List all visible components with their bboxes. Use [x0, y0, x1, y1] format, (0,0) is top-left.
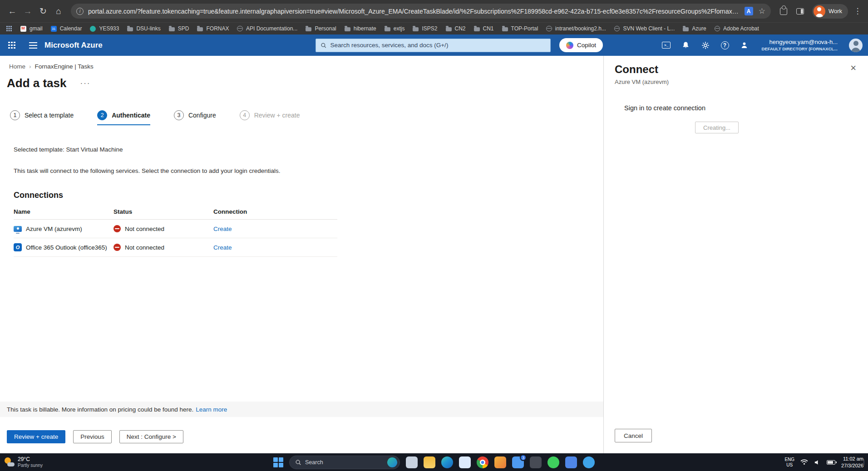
table-body: Azure VM (azurevm) Not connected Create	[14, 220, 337, 257]
review-create-button[interactable]: Review + create	[7, 430, 65, 443]
date: 27/3/2026	[841, 462, 863, 469]
bookmark-icon	[197, 27, 203, 31]
copilot-button[interactable]: Copilot	[559, 38, 603, 52]
bookmark-item[interactable]: CN2	[442, 23, 470, 34]
bookmark-item[interactable]: intranet/booking2.h...	[542, 23, 610, 34]
volume-icon[interactable]	[814, 460, 821, 465]
more-options-button[interactable]	[80, 79, 91, 88]
hamburger-menu-icon[interactable]	[29, 42, 37, 49]
mail-icon[interactable]	[459, 456, 471, 468]
bookmark-item[interactable]: DSU-links	[123, 23, 164, 34]
azure-search-input[interactable]	[330, 42, 546, 49]
sign-in-message: Sign in to create connection	[624, 104, 857, 112]
edge-icon[interactable]	[441, 456, 453, 468]
bookmark-icon	[446, 27, 452, 31]
chrome-icon[interactable]	[477, 456, 488, 468]
search-icon	[295, 459, 301, 466]
bookmark-item[interactable]: hibernate	[340, 23, 380, 34]
bookmark-item[interactable]: API Documentation...	[233, 23, 301, 34]
bookmark-item[interactable]: YES933	[86, 23, 123, 34]
start-button[interactable]	[273, 457, 283, 467]
clock[interactable]: 11:02 am 27/3/2026	[841, 456, 863, 469]
profile-avatar	[814, 5, 825, 17]
azure-search[interactable]	[316, 39, 551, 52]
account-info[interactable]: hengyeow.yam@nova-h... DEFAULT DIRECTORY…	[762, 39, 838, 51]
people-icon[interactable]	[583, 456, 595, 468]
apps-grid-icon[interactable]	[6, 26, 12, 31]
bookmark-item[interactable]: ISPS2	[409, 23, 441, 34]
bookmark-item[interactable]: Calendar	[47, 23, 86, 34]
search-label: Search	[305, 459, 384, 466]
wizard-step[interactable]: 4 Review + create	[240, 110, 300, 125]
onenote-icon[interactable]	[530, 456, 542, 468]
bookmark-icon	[385, 27, 390, 31]
billing-text: This task is billable. More information …	[7, 406, 193, 413]
url-text[interactable]: portal.azure.com/?feature.tokencaching=t…	[88, 8, 740, 15]
cloud-shell-icon[interactable]	[661, 40, 671, 50]
address-bar[interactable]: portal.azure.com/?feature.tokencaching=t…	[71, 4, 771, 19]
language-indicator[interactable]: ENG US	[784, 457, 794, 467]
taskbar-search[interactable]: Search	[289, 456, 400, 469]
forward-button[interactable]	[20, 4, 35, 19]
extensions-icon[interactable]	[780, 8, 787, 15]
favorite-star-icon[interactable]	[759, 6, 765, 16]
bookmark-item[interactable]: FORNAX	[193, 23, 233, 34]
previous-button[interactable]: Previous	[73, 430, 112, 443]
main-content: Home FornaxEngine | Tasks Add a task 1 S…	[0, 56, 603, 453]
bookmark-item[interactable]: Personal	[301, 23, 340, 34]
notifications-bell-icon[interactable]	[681, 40, 691, 50]
user-avatar[interactable]	[849, 39, 863, 52]
bookmark-item[interactable]: Azure	[679, 23, 710, 34]
help-icon[interactable]	[720, 40, 730, 50]
back-button[interactable]	[5, 4, 20, 19]
next-configure-button[interactable]: Next : Configure >	[119, 430, 183, 443]
waffle-menu-icon[interactable]	[8, 42, 15, 49]
translate-icon[interactable]	[745, 7, 753, 15]
wizard-step[interactable]: 3 Configure	[174, 110, 216, 125]
create-connection-link[interactable]: Create	[213, 244, 232, 251]
bookmark-item[interactable]: SPD	[165, 23, 193, 34]
bookmark-item[interactable]: TOP-Portal	[498, 23, 542, 34]
breadcrumb-current[interactable]: FornaxEngine | Tasks	[35, 63, 94, 70]
panel-subtitle: Azure VM (azurevm)	[615, 78, 857, 85]
azure-brand[interactable]: Microsoft Azure	[44, 41, 103, 50]
profile-name: Work	[825, 8, 847, 15]
bookmark-item[interactable]: CN1	[470, 23, 498, 34]
wizard-step[interactable]: 1 Select a template	[10, 110, 74, 125]
creating-button: Creating...	[695, 122, 739, 133]
browser-menu-icon[interactable]	[852, 6, 863, 16]
bookmark-item[interactable]: Adobe Acrobat	[710, 23, 763, 34]
billing-notice: This task is billable. More information …	[0, 402, 603, 417]
file-explorer-icon[interactable]	[424, 456, 435, 468]
site-info-icon[interactable]	[76, 8, 84, 15]
connections-heading: Connections	[0, 174, 603, 200]
teams-chat-icon[interactable]: 3	[512, 456, 524, 468]
battery-icon[interactable]	[827, 460, 835, 465]
weather-widget[interactable]: 29°C Partly sunny	[0, 456, 43, 468]
cancel-button[interactable]: Cancel	[615, 429, 652, 442]
refresh-button[interactable]	[35, 4, 51, 19]
wizard-step[interactable]: 2 Authenticate	[97, 110, 150, 125]
close-icon[interactable]	[850, 63, 856, 73]
weather-icon	[4, 456, 15, 467]
feedback-icon[interactable]	[740, 40, 750, 50]
bookmark-item[interactable]: SVN Web Client - L...	[610, 23, 679, 34]
breadcrumb-home[interactable]: Home	[9, 63, 25, 70]
notepad-icon[interactable]	[565, 456, 577, 468]
home-button[interactable]	[51, 4, 66, 19]
create-connection-link[interactable]: Create	[213, 226, 232, 232]
learn-more-link[interactable]: Learn more	[196, 406, 227, 413]
wifi-icon[interactable]	[800, 459, 808, 465]
split-screen-icon[interactable]	[796, 8, 804, 15]
windows-taskbar: 29°C Partly sunny Search 3	[0, 453, 868, 471]
settings-gear-icon[interactable]	[700, 40, 710, 50]
connection-status: Not connected	[125, 244, 164, 251]
browser-profile-button[interactable]: Work	[812, 4, 848, 19]
task-view-icon[interactable]	[406, 456, 418, 468]
bookmark-item[interactable]: extjs	[380, 23, 409, 34]
bookmark-item[interactable]: gmail	[16, 23, 47, 34]
whatsapp-icon[interactable]	[547, 456, 559, 468]
photos-icon[interactable]	[494, 456, 506, 468]
wizard-footer: Review + create Previous Next : Configur…	[7, 430, 183, 443]
bookmark-icon	[614, 26, 620, 32]
